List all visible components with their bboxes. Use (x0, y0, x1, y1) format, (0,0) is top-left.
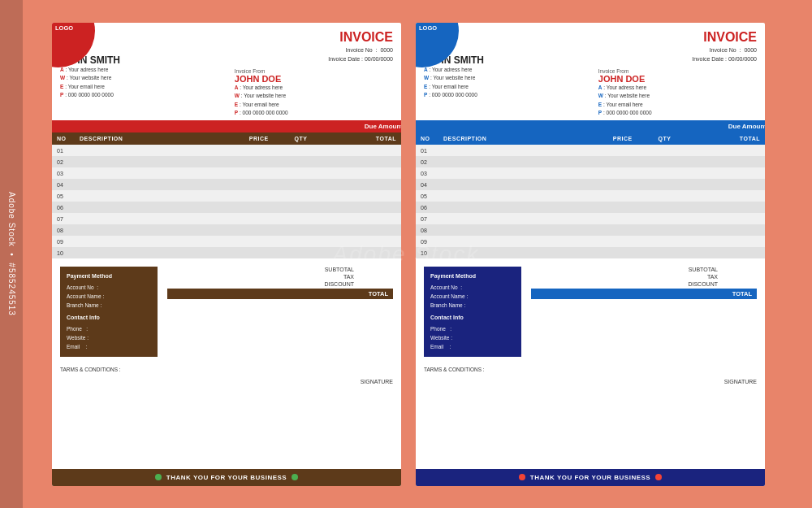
logo-label-2: LOGO (419, 24, 437, 32)
due-amount-bar-2: Due Amount (416, 120, 765, 132)
invoices-container: LOGO Invoice To JOHN SMITH A : Your adre… (18, 8, 794, 501)
table-row: 03 (416, 167, 765, 179)
signature-2: SIGNATURE (724, 379, 757, 384)
table-row: 09 (52, 236, 401, 247)
payment-box-2: Payment Method Account No : Account Name… (424, 267, 521, 356)
invoice-title-1: INVOICE (235, 31, 393, 44)
table-row: 05 (52, 190, 401, 202)
table-row: 08 (52, 224, 401, 236)
col-total-1: TOTAL (328, 132, 401, 145)
invoice-card-1: LOGO Invoice To JOHN SMITH A : Your adre… (52, 23, 401, 486)
side-label: Adobe Stock • #585245513 (0, 0, 23, 508)
table-row: 01 (416, 145, 765, 156)
table-row: 03 (52, 167, 401, 179)
table-row: 02 (52, 156, 401, 167)
payment-box-1: Payment Method Account No : Account Name… (60, 267, 158, 356)
table-row: 09 (416, 236, 765, 247)
total-bar-2: TOTAL (531, 289, 757, 299)
col-qty-2: QTY (637, 132, 692, 145)
table-row: 10 (52, 247, 401, 258)
table-row: 08 (416, 224, 765, 236)
dot-red-1 (519, 474, 525, 480)
terms-label-2: TARMS & CONDITIONS : (424, 367, 485, 372)
invoice-title-2: INVOICE (598, 31, 757, 44)
col-no-1: NO (52, 132, 75, 145)
table-row: 07 (416, 213, 765, 224)
terms-label-1: TARMS & CONDITIONS : (60, 367, 121, 372)
table-row: 04 (416, 179, 765, 190)
invoice-card-2: LOGO Invoice To JOHN SMITH A : Your adre… (416, 23, 765, 486)
col-price-2: PRICE (567, 132, 637, 145)
due-amount-bar-1: Due Amount (52, 120, 401, 132)
dot-green-1 (155, 474, 162, 480)
table-row: 01 (52, 145, 401, 156)
table-row: 06 (416, 202, 765, 213)
col-price-1: PRICE (203, 132, 274, 145)
table-row: 02 (416, 156, 765, 167)
footer-bar-2: THANK YOU FOR YOUR BUSINESS (416, 469, 765, 486)
table-row: 10 (416, 247, 765, 258)
dot-green-2 (292, 474, 298, 480)
table-row: 05 (416, 190, 765, 202)
invoice-from-name-2: JOHN DOE (598, 74, 757, 84)
dot-red-2 (655, 474, 662, 480)
col-qty-1: QTY (274, 132, 328, 145)
invoice-from-name-1: JOHN DOE (235, 74, 393, 84)
table-row: 07 (52, 213, 401, 224)
total-bar-1: TOTAL (167, 289, 393, 299)
table-row: 06 (52, 202, 401, 213)
invoice-table-2: NO DESCRIPTION PRICE QTY TOTAL 010203040… (416, 132, 765, 258)
col-desc-1: DESCRIPTION (75, 132, 203, 145)
col-desc-2: DESCRIPTION (438, 132, 567, 145)
signature-1: SIGNATURE (361, 379, 393, 384)
invoice-table-1: NO DESCRIPTION PRICE QTY TOTAL 010203040… (52, 132, 401, 258)
col-total-2: TOTAL (692, 132, 765, 145)
footer-bar-1: THANK YOU FOR YOUR BUSINESS (52, 469, 401, 486)
col-no-2: NO (416, 132, 438, 145)
table-row: 04 (52, 179, 401, 190)
logo-label-1: LOGO (55, 24, 73, 32)
